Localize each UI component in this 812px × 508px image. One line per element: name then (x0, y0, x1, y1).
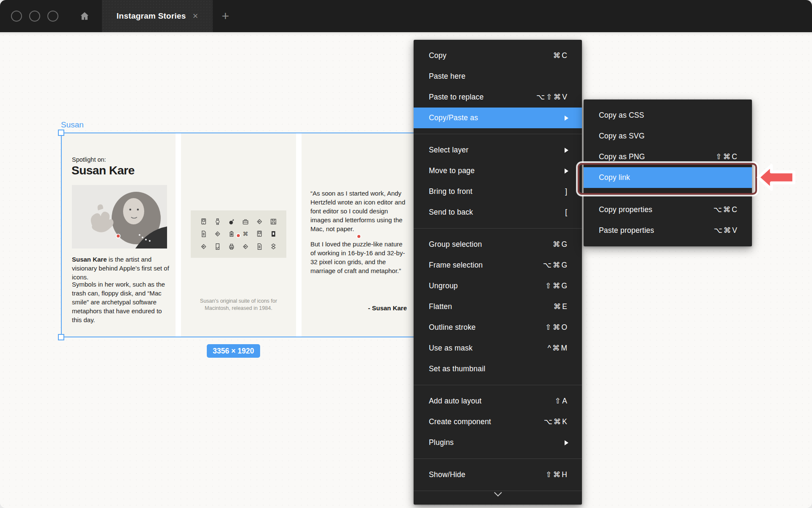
menu-item-copy-paste-as[interactable]: Copy/Paste as (414, 108, 582, 128)
menu-item-flatten[interactable]: Flatten⌘E (414, 296, 582, 317)
panel1-paragraph-1: Susan Kare is the artist and visionary b… (72, 255, 172, 282)
annotation-highlight-box (578, 163, 757, 195)
menu-section: Group selection⌘GFrame selection⌥⌘GUngro… (414, 229, 582, 385)
menu-item-paste-properties[interactable]: Paste properties⌥⌘V (584, 220, 752, 241)
menu-item-label: Use as mask (429, 344, 548, 353)
menu-item-shortcut: ⌥⌘C (713, 205, 738, 214)
menu-item-shortcut: [ (565, 208, 568, 217)
doc-pixel-icon (256, 243, 263, 250)
menu-item-shortcut: ^⌘M (548, 344, 568, 353)
selection-handle-top-left[interactable] (58, 130, 64, 136)
menu-item-label: Copy/Paste as (429, 113, 565, 122)
menu-item-show-hide[interactable]: Show/Hide⇧⌘H (414, 464, 582, 485)
briefcase-pixel-icon (242, 218, 249, 225)
menu-item-copy-as-svg[interactable]: Copy as SVG (584, 126, 752, 146)
close-tab-icon[interactable]: × (193, 11, 198, 21)
context-menu: Copy⌘CPaste herePaste to replace⌥⇧⌘VCopy… (414, 40, 582, 505)
panel1-eyebrow: Spotlight on: (72, 156, 106, 163)
menu-item-label: Bring to front (429, 187, 565, 196)
menu-item-label: Outline stroke (429, 323, 545, 332)
frame-name-label[interactable]: Susan (61, 120, 84, 130)
panel2-caption: Susan's original suite of icons for Maci… (181, 298, 296, 312)
menu-item-plugins[interactable]: Plugins (414, 432, 582, 453)
stamp-pixel-icon (256, 218, 263, 225)
panel1-paragraph-2: Symbols in her work, such as the trash c… (72, 280, 173, 324)
menu-item-send-to-back[interactable]: Send to back[ (414, 202, 582, 223)
menu-section: Copy⌘CPaste herePaste to replace⌥⇧⌘VCopy… (414, 40, 582, 134)
window-zoom-circle[interactable] (47, 11, 58, 22)
mac-pixel-icon (256, 230, 263, 237)
menu-item-label: Set as thumbnail (429, 364, 568, 373)
menu-item-label: Copy as CSS (599, 111, 738, 120)
new-tab-button[interactable]: + (215, 0, 236, 32)
stamp-pixel-icon (214, 230, 221, 237)
menu-item-copy-properties[interactable]: Copy properties⌥⌘C (584, 199, 752, 220)
doc-pixel-icon (200, 230, 207, 237)
menu-item-label: Copy as PNG (599, 152, 716, 161)
panel1-title: Susan Kare (71, 164, 134, 177)
menu-item-shortcut: ⇧⌘C (716, 152, 738, 161)
menu-item-label: Paste here (429, 72, 568, 81)
menu-item-create-component[interactable]: Create component⌥⌘K (414, 411, 582, 432)
menu-item-label: Move to page (429, 166, 565, 175)
tab-title: Instagram Stories (117, 11, 186, 21)
menu-item-set-as-thumbnail[interactable]: Set as thumbnail (414, 359, 582, 379)
menu-item-shortcut: ⇧⌘H (546, 470, 568, 479)
menu-item-ungroup[interactable]: Ungroup⇧⌘G (414, 276, 582, 296)
menu-item-paste-here[interactable]: Paste here (414, 66, 582, 87)
menu-item-copy-as-css[interactable]: Copy as CSS (584, 105, 752, 126)
red-cursor-dot (357, 235, 360, 238)
menu-item-label: Paste to replace (429, 93, 536, 102)
annotation-arrow-icon (755, 161, 797, 194)
menu-item-select-layer[interactable]: Select layer (414, 140, 582, 160)
menu-item-label: Plugins (429, 438, 565, 447)
menu-item-label: Group selection (429, 240, 553, 249)
window-controls (11, 0, 58, 32)
quote-attribution: - Susan Kare (310, 304, 407, 312)
page-pixel-icon (214, 243, 221, 250)
window-close-circle[interactable] (11, 11, 22, 22)
panel1-paragraph-1-bold: Susan Kare (72, 256, 107, 263)
panel3-quote-2: But I loved the puzzle-like nature of wo… (310, 240, 409, 275)
bomb-pixel-icon (228, 218, 235, 225)
menu-item-shortcut: ⌘E (554, 302, 568, 311)
red-cursor-dot (237, 234, 240, 237)
dimensions-badge: 3356 × 1920 (207, 344, 260, 358)
menu-item-label: Frame selection (429, 261, 543, 270)
menu-section: Copy properties⌥⌘CPaste properties⌥⌘V (584, 194, 752, 246)
menu-item-add-auto-layout[interactable]: Add auto layout⇧A (414, 391, 582, 411)
caption-line-1: Susan's original suite of icons for (181, 298, 296, 305)
menu-item-label: Flatten (429, 302, 554, 311)
canvas[interactable]: Susan Spotlight on: Susan Kare (0, 32, 812, 508)
tab-instagram-stories[interactable]: Instagram Stories × (102, 0, 213, 32)
window-titlebar: Instagram Stories × + (0, 0, 812, 32)
menu-item-use-as-mask[interactable]: Use as mask^⌘M (414, 338, 582, 359)
menu-item-label: Copy properties (599, 205, 713, 214)
menu-item-label: Send to back (429, 208, 565, 217)
menu-item-label: Add auto layout (429, 397, 555, 406)
menu-item-label: Paste properties (599, 226, 714, 235)
menu-item-label: Ungroup (429, 282, 545, 290)
submenu-arrow-icon (565, 148, 568, 153)
menu-item-group-selection[interactable]: Group selection⌘G (414, 234, 582, 255)
menu-item-label: Create component (429, 417, 544, 426)
menu-item-outline-stroke[interactable]: Outline stroke⇧⌘O (414, 317, 582, 338)
menu-scroll-more[interactable] (414, 491, 582, 505)
panel3-quote-1: “As soon as I started work, Andy Hertzfe… (310, 189, 409, 233)
submenu-arrow-icon (565, 116, 568, 121)
watch-pixel-icon (214, 218, 221, 225)
menu-item-frame-selection[interactable]: Frame selection⌥⌘G (414, 255, 582, 276)
selection-handle-bottom-left[interactable] (58, 334, 64, 340)
menu-item-shortcut: ] (565, 187, 568, 196)
red-cursor-dot (117, 235, 120, 237)
menu-item-bring-to-front[interactable]: Bring to front] (414, 181, 582, 202)
submenu-arrow-icon (565, 440, 568, 445)
menu-item-move-to-page[interactable]: Move to page (414, 160, 582, 181)
menu-item-shortcut: ⇧⌘G (545, 282, 568, 290)
window-minimize-circle[interactable] (29, 11, 40, 22)
home-button[interactable] (75, 0, 94, 32)
menu-item-copy[interactable]: Copy⌘C (414, 45, 582, 66)
menu-item-paste-to-replace[interactable]: Paste to replace⌥⇧⌘V (414, 87, 582, 108)
mac-pixel-icon (200, 218, 207, 225)
menu-item-shortcut: ⌥⇧⌘V (536, 93, 568, 102)
